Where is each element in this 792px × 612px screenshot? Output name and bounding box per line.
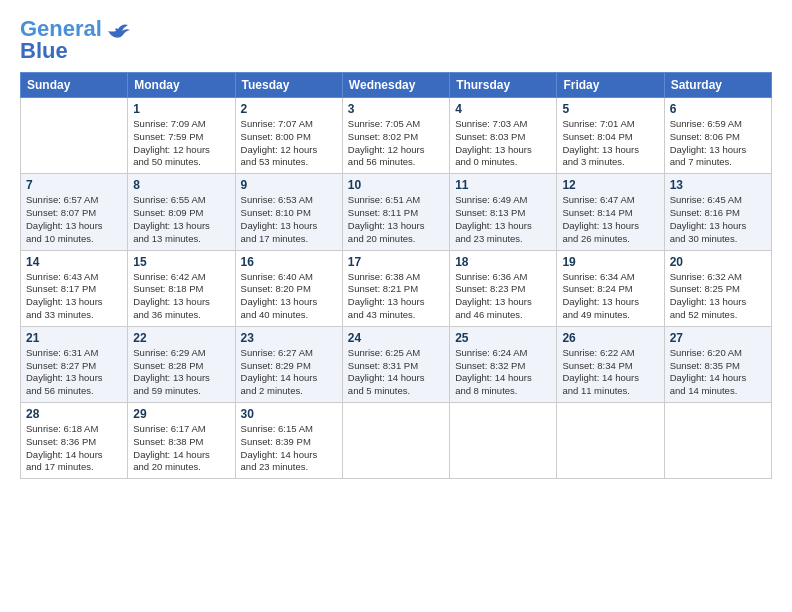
day-info: Sunrise: 6:36 AM Sunset: 8:23 PM Dayligh… bbox=[455, 271, 551, 322]
calendar-cell bbox=[21, 98, 128, 174]
calendar-cell: 5Sunrise: 7:01 AM Sunset: 8:04 PM Daylig… bbox=[557, 98, 664, 174]
day-info: Sunrise: 6:59 AM Sunset: 8:06 PM Dayligh… bbox=[670, 118, 766, 169]
day-number: 14 bbox=[26, 255, 122, 269]
calendar-cell: 20Sunrise: 6:32 AM Sunset: 8:25 PM Dayli… bbox=[664, 250, 771, 326]
day-number: 19 bbox=[562, 255, 658, 269]
day-info: Sunrise: 6:15 AM Sunset: 8:39 PM Dayligh… bbox=[241, 423, 337, 474]
logo-blue: Blue bbox=[20, 38, 68, 63]
day-number: 8 bbox=[133, 178, 229, 192]
calendar-table: SundayMondayTuesdayWednesdayThursdayFrid… bbox=[20, 72, 772, 479]
calendar-header-monday: Monday bbox=[128, 73, 235, 98]
calendar-week-5: 28Sunrise: 6:18 AM Sunset: 8:36 PM Dayli… bbox=[21, 403, 772, 479]
calendar-cell: 19Sunrise: 6:34 AM Sunset: 8:24 PM Dayli… bbox=[557, 250, 664, 326]
day-info: Sunrise: 6:32 AM Sunset: 8:25 PM Dayligh… bbox=[670, 271, 766, 322]
day-info: Sunrise: 6:25 AM Sunset: 8:31 PM Dayligh… bbox=[348, 347, 444, 398]
calendar-cell: 29Sunrise: 6:17 AM Sunset: 8:38 PM Dayli… bbox=[128, 403, 235, 479]
calendar-header-friday: Friday bbox=[557, 73, 664, 98]
day-info: Sunrise: 7:09 AM Sunset: 7:59 PM Dayligh… bbox=[133, 118, 229, 169]
day-number: 4 bbox=[455, 102, 551, 116]
calendar-cell: 12Sunrise: 6:47 AM Sunset: 8:14 PM Dayli… bbox=[557, 174, 664, 250]
calendar-cell: 8Sunrise: 6:55 AM Sunset: 8:09 PM Daylig… bbox=[128, 174, 235, 250]
day-number: 15 bbox=[133, 255, 229, 269]
calendar-cell bbox=[450, 403, 557, 479]
day-number: 28 bbox=[26, 407, 122, 421]
day-info: Sunrise: 6:43 AM Sunset: 8:17 PM Dayligh… bbox=[26, 271, 122, 322]
calendar-cell: 4Sunrise: 7:03 AM Sunset: 8:03 PM Daylig… bbox=[450, 98, 557, 174]
day-info: Sunrise: 6:49 AM Sunset: 8:13 PM Dayligh… bbox=[455, 194, 551, 245]
day-number: 26 bbox=[562, 331, 658, 345]
day-info: Sunrise: 6:22 AM Sunset: 8:34 PM Dayligh… bbox=[562, 347, 658, 398]
day-number: 25 bbox=[455, 331, 551, 345]
day-info: Sunrise: 6:47 AM Sunset: 8:14 PM Dayligh… bbox=[562, 194, 658, 245]
day-info: Sunrise: 7:05 AM Sunset: 8:02 PM Dayligh… bbox=[348, 118, 444, 169]
day-info: Sunrise: 6:34 AM Sunset: 8:24 PM Dayligh… bbox=[562, 271, 658, 322]
calendar-cell: 24Sunrise: 6:25 AM Sunset: 8:31 PM Dayli… bbox=[342, 326, 449, 402]
day-number: 30 bbox=[241, 407, 337, 421]
calendar-cell: 10Sunrise: 6:51 AM Sunset: 8:11 PM Dayli… bbox=[342, 174, 449, 250]
calendar-cell: 18Sunrise: 6:36 AM Sunset: 8:23 PM Dayli… bbox=[450, 250, 557, 326]
calendar-header-sunday: Sunday bbox=[21, 73, 128, 98]
day-number: 29 bbox=[133, 407, 229, 421]
day-info: Sunrise: 6:42 AM Sunset: 8:18 PM Dayligh… bbox=[133, 271, 229, 322]
day-number: 5 bbox=[562, 102, 658, 116]
day-number: 10 bbox=[348, 178, 444, 192]
day-info: Sunrise: 6:57 AM Sunset: 8:07 PM Dayligh… bbox=[26, 194, 122, 245]
day-info: Sunrise: 7:03 AM Sunset: 8:03 PM Dayligh… bbox=[455, 118, 551, 169]
calendar-week-4: 21Sunrise: 6:31 AM Sunset: 8:27 PM Dayli… bbox=[21, 326, 772, 402]
calendar-cell bbox=[664, 403, 771, 479]
day-info: Sunrise: 6:40 AM Sunset: 8:20 PM Dayligh… bbox=[241, 271, 337, 322]
calendar-cell: 2Sunrise: 7:07 AM Sunset: 8:00 PM Daylig… bbox=[235, 98, 342, 174]
day-number: 1 bbox=[133, 102, 229, 116]
day-number: 9 bbox=[241, 178, 337, 192]
calendar-header-thursday: Thursday bbox=[450, 73, 557, 98]
logo-bird-icon bbox=[104, 21, 132, 49]
calendar-week-3: 14Sunrise: 6:43 AM Sunset: 8:17 PM Dayli… bbox=[21, 250, 772, 326]
calendar-cell: 25Sunrise: 6:24 AM Sunset: 8:32 PM Dayli… bbox=[450, 326, 557, 402]
calendar-cell: 6Sunrise: 6:59 AM Sunset: 8:06 PM Daylig… bbox=[664, 98, 771, 174]
day-number: 2 bbox=[241, 102, 337, 116]
day-info: Sunrise: 6:17 AM Sunset: 8:38 PM Dayligh… bbox=[133, 423, 229, 474]
calendar-cell: 9Sunrise: 6:53 AM Sunset: 8:10 PM Daylig… bbox=[235, 174, 342, 250]
day-number: 27 bbox=[670, 331, 766, 345]
day-info: Sunrise: 7:07 AM Sunset: 8:00 PM Dayligh… bbox=[241, 118, 337, 169]
logo: General Blue bbox=[20, 18, 132, 62]
day-info: Sunrise: 6:18 AM Sunset: 8:36 PM Dayligh… bbox=[26, 423, 122, 474]
day-info: Sunrise: 6:45 AM Sunset: 8:16 PM Dayligh… bbox=[670, 194, 766, 245]
calendar-cell: 11Sunrise: 6:49 AM Sunset: 8:13 PM Dayli… bbox=[450, 174, 557, 250]
day-info: Sunrise: 6:27 AM Sunset: 8:29 PM Dayligh… bbox=[241, 347, 337, 398]
calendar-cell: 16Sunrise: 6:40 AM Sunset: 8:20 PM Dayli… bbox=[235, 250, 342, 326]
day-info: Sunrise: 6:38 AM Sunset: 8:21 PM Dayligh… bbox=[348, 271, 444, 322]
calendar-cell: 30Sunrise: 6:15 AM Sunset: 8:39 PM Dayli… bbox=[235, 403, 342, 479]
calendar-cell: 3Sunrise: 7:05 AM Sunset: 8:02 PM Daylig… bbox=[342, 98, 449, 174]
calendar-header-tuesday: Tuesday bbox=[235, 73, 342, 98]
calendar-header-wednesday: Wednesday bbox=[342, 73, 449, 98]
calendar-cell: 14Sunrise: 6:43 AM Sunset: 8:17 PM Dayli… bbox=[21, 250, 128, 326]
calendar-cell: 17Sunrise: 6:38 AM Sunset: 8:21 PM Dayli… bbox=[342, 250, 449, 326]
day-info: Sunrise: 6:20 AM Sunset: 8:35 PM Dayligh… bbox=[670, 347, 766, 398]
day-number: 16 bbox=[241, 255, 337, 269]
day-number: 23 bbox=[241, 331, 337, 345]
calendar-cell: 15Sunrise: 6:42 AM Sunset: 8:18 PM Dayli… bbox=[128, 250, 235, 326]
day-number: 20 bbox=[670, 255, 766, 269]
calendar-cell: 13Sunrise: 6:45 AM Sunset: 8:16 PM Dayli… bbox=[664, 174, 771, 250]
day-number: 18 bbox=[455, 255, 551, 269]
calendar-week-2: 7Sunrise: 6:57 AM Sunset: 8:07 PM Daylig… bbox=[21, 174, 772, 250]
calendar-cell: 7Sunrise: 6:57 AM Sunset: 8:07 PM Daylig… bbox=[21, 174, 128, 250]
day-number: 17 bbox=[348, 255, 444, 269]
page: General Blue SundayMondayTuesdayWednesda… bbox=[0, 0, 792, 612]
calendar-cell: 1Sunrise: 7:09 AM Sunset: 7:59 PM Daylig… bbox=[128, 98, 235, 174]
day-info: Sunrise: 6:29 AM Sunset: 8:28 PM Dayligh… bbox=[133, 347, 229, 398]
day-info: Sunrise: 6:24 AM Sunset: 8:32 PM Dayligh… bbox=[455, 347, 551, 398]
day-number: 3 bbox=[348, 102, 444, 116]
day-info: Sunrise: 6:31 AM Sunset: 8:27 PM Dayligh… bbox=[26, 347, 122, 398]
day-number: 7 bbox=[26, 178, 122, 192]
day-number: 24 bbox=[348, 331, 444, 345]
calendar-cell: 23Sunrise: 6:27 AM Sunset: 8:29 PM Dayli… bbox=[235, 326, 342, 402]
calendar-cell: 28Sunrise: 6:18 AM Sunset: 8:36 PM Dayli… bbox=[21, 403, 128, 479]
day-number: 13 bbox=[670, 178, 766, 192]
calendar-cell: 27Sunrise: 6:20 AM Sunset: 8:35 PM Dayli… bbox=[664, 326, 771, 402]
day-number: 11 bbox=[455, 178, 551, 192]
calendar-cell: 22Sunrise: 6:29 AM Sunset: 8:28 PM Dayli… bbox=[128, 326, 235, 402]
calendar-header-saturday: Saturday bbox=[664, 73, 771, 98]
day-number: 12 bbox=[562, 178, 658, 192]
